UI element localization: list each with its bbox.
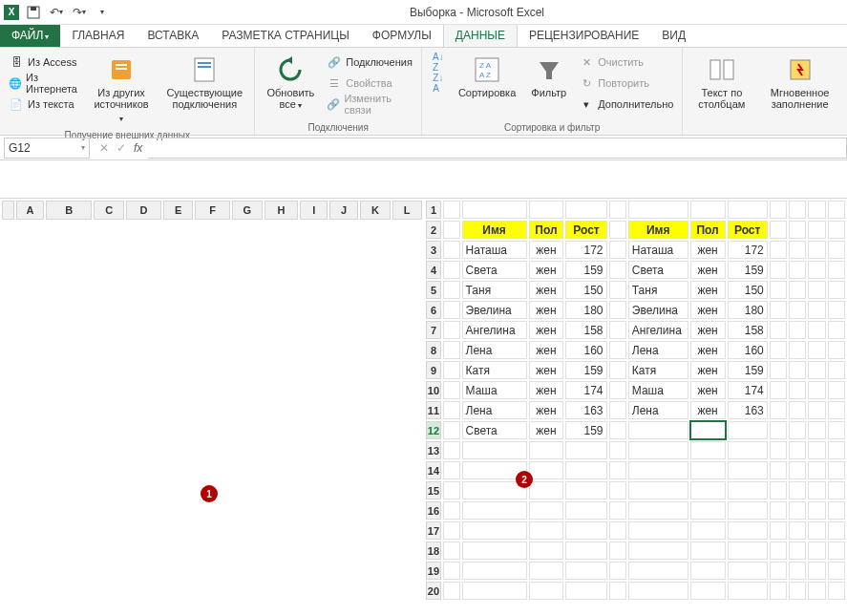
cell[interactable] — [462, 542, 527, 560]
cell[interactable] — [828, 201, 845, 219]
cell[interactable] — [529, 461, 564, 479]
cell[interactable] — [808, 321, 825, 339]
cell[interactable] — [443, 361, 459, 379]
cell[interactable]: Лена — [628, 341, 688, 359]
from-other-sources-button[interactable]: Из других источников ▾ — [86, 52, 157, 128]
cell[interactable] — [808, 201, 825, 219]
col-header[interactable]: G — [232, 201, 263, 220]
row-header[interactable]: 16 — [426, 501, 442, 520]
tab-file[interactable]: ФАЙЛ▾ — [0, 25, 60, 47]
cell[interactable] — [443, 281, 459, 299]
cell[interactable] — [462, 201, 527, 219]
tab-review[interactable]: РЕЦЕНЗИРОВАНИЕ — [518, 25, 650, 47]
cell[interactable] — [609, 562, 626, 580]
row-header[interactable]: 7 — [426, 321, 442, 339]
row-header[interactable]: 20 — [426, 582, 442, 600]
save-button[interactable] — [25, 4, 42, 21]
cell[interactable]: Лена — [462, 341, 527, 359]
cell[interactable] — [789, 241, 806, 259]
cell[interactable] — [728, 501, 768, 520]
col-header[interactable]: E — [163, 201, 193, 220]
cell[interactable] — [828, 361, 845, 379]
cell[interactable]: 150 — [565, 281, 606, 299]
cell[interactable]: 180 — [565, 301, 606, 319]
cell[interactable]: 174 — [728, 381, 768, 399]
cell[interactable] — [808, 582, 825, 600]
cell[interactable] — [789, 542, 806, 560]
cell[interactable] — [770, 281, 787, 299]
filter-button[interactable]: Фильтр — [525, 52, 572, 101]
cell[interactable] — [609, 401, 626, 419]
formula-input[interactable] — [148, 138, 847, 159]
cell[interactable] — [462, 501, 527, 520]
cell[interactable] — [690, 421, 726, 439]
row-header[interactable]: 12 — [426, 421, 442, 439]
cell[interactable]: Таня — [462, 281, 527, 299]
cell[interactable] — [529, 582, 564, 600]
cell[interactable] — [828, 401, 845, 419]
cell[interactable] — [628, 582, 688, 600]
cell[interactable]: жен — [529, 321, 564, 339]
cell[interactable]: жен — [529, 401, 564, 419]
row-header[interactable]: 17 — [426, 521, 442, 540]
advanced-filter-button[interactable]: ▾Дополнительно — [576, 94, 676, 115]
cell[interactable]: 163 — [565, 401, 606, 419]
cell[interactable] — [808, 421, 825, 439]
cell[interactable] — [462, 521, 527, 540]
fx-icon[interactable]: fx — [134, 141, 142, 155]
cell[interactable] — [828, 562, 845, 580]
reapply-filter-button[interactable]: ↻Повторить — [576, 73, 676, 94]
sort-desc-button[interactable]: Z↓A — [428, 73, 449, 94]
tab-layout[interactable]: РАЗМЕТКА СТРАНИЦЫ — [210, 25, 361, 47]
text-to-columns-button[interactable]: Текст по столбцам — [688, 52, 754, 113]
cell[interactable] — [690, 481, 726, 499]
cell[interactable]: 180 — [728, 301, 768, 319]
cell[interactable] — [690, 501, 726, 520]
tab-formulas[interactable]: ФОРМУЛЫ — [361, 25, 443, 47]
cell[interactable] — [728, 521, 768, 540]
cell[interactable]: Пол — [690, 221, 726, 239]
cell[interactable] — [770, 241, 787, 259]
cell[interactable] — [808, 401, 825, 419]
cell[interactable]: 158 — [565, 321, 606, 339]
cell[interactable] — [609, 201, 626, 219]
row-header[interactable]: 14 — [426, 461, 442, 479]
cell[interactable]: Рост — [565, 221, 606, 239]
cell[interactable]: 160 — [728, 341, 768, 359]
cell[interactable] — [443, 441, 459, 459]
cell[interactable] — [828, 481, 845, 499]
cell[interactable] — [728, 481, 768, 499]
name-box[interactable]: G12 ▾ — [4, 138, 90, 159]
cell[interactable] — [609, 261, 626, 279]
cell[interactable]: 159 — [565, 261, 606, 279]
cell[interactable] — [462, 562, 527, 580]
cell[interactable]: Пол — [529, 221, 564, 239]
cell[interactable] — [808, 221, 825, 239]
tab-data[interactable]: ДАННЫЕ — [443, 25, 518, 47]
cell[interactable] — [609, 582, 626, 600]
cell[interactable] — [728, 562, 768, 580]
cell[interactable]: Света — [628, 261, 688, 279]
cell[interactable] — [828, 261, 845, 279]
col-header[interactable]: L — [392, 201, 422, 220]
cell[interactable]: жен — [529, 341, 564, 359]
row-header[interactable]: 2 — [426, 221, 442, 239]
cell[interactable] — [443, 261, 459, 279]
cell[interactable]: жен — [690, 341, 726, 359]
cell[interactable] — [789, 481, 806, 499]
cell[interactable] — [565, 461, 606, 479]
cell[interactable] — [628, 201, 688, 219]
cancel-icon[interactable]: ✕ — [99, 141, 109, 155]
cell[interactable] — [770, 461, 787, 479]
cell[interactable] — [443, 241, 459, 259]
cell[interactable]: жен — [690, 261, 726, 279]
cell[interactable]: жен — [690, 361, 726, 379]
cell[interactable] — [770, 562, 787, 580]
connections-button[interactable]: 🔗Подключения — [324, 52, 415, 73]
cell[interactable] — [828, 521, 845, 540]
cell[interactable] — [728, 201, 768, 219]
cell[interactable] — [443, 301, 459, 319]
cell[interactable]: Лена — [628, 401, 688, 419]
cell[interactable]: жен — [690, 381, 726, 399]
cell[interactable] — [728, 582, 768, 600]
